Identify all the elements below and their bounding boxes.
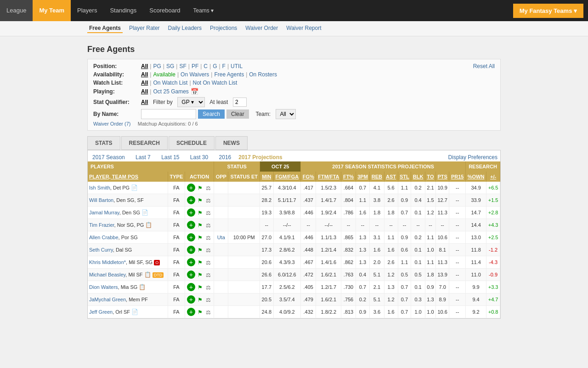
flag-icon[interactable]: ⚑: [198, 259, 203, 266]
news-icon[interactable]: 📋: [145, 222, 152, 228]
subnav-free-agents[interactable]: Free Agents: [87, 24, 123, 33]
col-fgm-fga[interactable]: FGM/FGA: [273, 172, 301, 182]
period-last15[interactable]: Last 15: [159, 153, 181, 161]
tab-research[interactable]: RESEARCH: [121, 136, 168, 150]
compare-icon[interactable]: ⚖: [206, 247, 211, 253]
add-player-button[interactable]: +: [187, 295, 195, 304]
col-ft[interactable]: FT%: [341, 172, 356, 182]
team-select[interactable]: All: [276, 109, 296, 119]
watch-on-list[interactable]: On Watch List: [153, 80, 187, 86]
flag-icon[interactable]: ⚑: [198, 235, 203, 241]
tab-schedule[interactable]: SCHEDULE: [169, 136, 215, 150]
period-last7[interactable]: Last 7: [134, 153, 153, 161]
news-icon[interactable]: 📄: [131, 309, 138, 315]
player-link[interactable]: Tim Frazier: [89, 222, 114, 228]
add-player-button[interactable]: +: [187, 196, 195, 204]
pos-util[interactable]: UTIL: [231, 63, 243, 69]
player-link[interactable]: Seth Curry: [89, 247, 113, 253]
pos-f[interactable]: F: [222, 63, 226, 69]
flag-icon[interactable]: ⚑: [198, 297, 203, 303]
period-2017-season[interactable]: 2017 Season: [90, 153, 127, 161]
subnav-waiver-order[interactable]: Waiver Order: [243, 24, 280, 33]
flag-icon[interactable]: ⚑: [198, 210, 203, 216]
pos-pg[interactable]: PG: [153, 63, 161, 69]
pos-all[interactable]: All: [141, 63, 148, 69]
compare-icon[interactable]: ⚖: [206, 309, 211, 316]
player-link[interactable]: Allen Crabbe: [89, 235, 119, 240]
nav-players[interactable]: Players: [71, 0, 103, 21]
flag-icon[interactable]: ⚑: [198, 284, 203, 291]
col-fg[interactable]: FG%: [301, 172, 316, 182]
pos-c[interactable]: C: [204, 63, 208, 69]
pos-g[interactable]: G: [213, 63, 217, 69]
news-icon[interactable]: 📋: [144, 271, 151, 278]
player-link[interactable]: Ish Smith: [89, 185, 110, 190]
compare-icon[interactable]: ⚖: [206, 259, 211, 266]
flag-icon[interactable]: ⚑: [198, 272, 203, 278]
compare-icon[interactable]: ⚖: [206, 284, 211, 291]
subnav-waiver-report[interactable]: Waiver Report: [284, 24, 323, 33]
my-fantasy-teams-button[interactable]: My Fantasy Teams ▾: [513, 4, 583, 18]
compare-icon[interactable]: ⚖: [206, 210, 211, 216]
add-player-button[interactable]: +: [187, 208, 195, 217]
tab-news[interactable]: NEWS: [215, 136, 248, 150]
col-3pm[interactable]: 3PM: [356, 172, 370, 182]
compare-icon[interactable]: ⚖: [206, 297, 211, 303]
nav-my-team[interactable]: My Team: [33, 0, 71, 21]
news-icon[interactable]: 📋: [139, 284, 146, 290]
add-player-button[interactable]: +: [187, 258, 195, 266]
nav-league[interactable]: League: [0, 0, 33, 21]
nav-teams[interactable]: Teams ▾: [187, 0, 220, 21]
flag-icon[interactable]: ⚑: [198, 309, 203, 316]
byname-input[interactable]: [141, 109, 196, 119]
compare-icon[interactable]: ⚖: [206, 235, 211, 241]
add-player-button[interactable]: +: [187, 246, 195, 254]
playing-all[interactable]: All: [141, 88, 148, 95]
col-player-name[interactable]: PLAYER, TEAM POS: [88, 172, 168, 182]
player-link[interactable]: Khris Middleton*: [89, 259, 126, 265]
news-icon[interactable]: 📄: [141, 209, 148, 216]
col-ftm-fta[interactable]: FTM/FTA: [316, 172, 341, 182]
col-pr15[interactable]: PR15: [449, 172, 466, 182]
tab-stats[interactable]: STATS: [87, 136, 120, 150]
add-player-button[interactable]: +: [187, 308, 195, 316]
opponent-link[interactable]: Uta: [217, 235, 225, 240]
avail-on-waivers[interactable]: On Waivers: [181, 71, 209, 78]
game-time-link[interactable]: 10:00 PM: [233, 235, 255, 240]
stat-filter-type-select[interactable]: GP ▾: [177, 97, 205, 107]
reset-all-link[interactable]: Reset All: [473, 63, 495, 69]
col-to[interactable]: TO: [425, 172, 435, 182]
waiver-order-link[interactable]: Waiver Order (7): [93, 121, 131, 126]
player-link[interactable]: Michael Beasley: [89, 272, 125, 277]
period-last30[interactable]: Last 30: [188, 153, 210, 161]
pos-sg[interactable]: SG: [166, 63, 174, 69]
flag-icon[interactable]: ⚑: [198, 247, 203, 253]
col-stl[interactable]: STL: [398, 172, 411, 182]
display-preferences-link[interactable]: Display Preferences: [448, 154, 498, 161]
clear-button[interactable]: Clear: [226, 109, 249, 119]
nav-scoreboard[interactable]: Scoreboard: [143, 0, 187, 21]
watch-not-on-list[interactable]: Not On Watch List: [193, 80, 237, 86]
news-icon[interactable]: 📄: [131, 184, 138, 191]
stat-filter-value-input[interactable]: [233, 98, 247, 107]
col-blk[interactable]: BLK: [411, 172, 425, 182]
compare-icon[interactable]: ⚖: [206, 272, 211, 278]
flag-icon[interactable]: ⚑: [198, 185, 203, 191]
col-ast[interactable]: AST: [384, 172, 398, 182]
nav-standings[interactable]: Standings: [103, 0, 143, 21]
add-player-button[interactable]: +: [187, 221, 195, 229]
col-min[interactable]: MIN: [260, 172, 273, 182]
compare-icon[interactable]: ⚖: [206, 197, 211, 204]
pos-pf[interactable]: PF: [192, 63, 198, 69]
player-link[interactable]: Jamal Murray: [89, 210, 119, 215]
subnav-projections[interactable]: Projections: [208, 24, 239, 33]
search-button[interactable]: Search: [198, 109, 225, 119]
add-player-button[interactable]: +: [187, 283, 195, 291]
pos-sf[interactable]: SF: [179, 63, 186, 69]
col-reb[interactable]: REB: [370, 172, 384, 182]
subnav-player-rater[interactable]: Player Rater: [127, 24, 162, 33]
add-player-button[interactable]: +: [187, 184, 195, 192]
avail-on-rosters[interactable]: On Rosters: [249, 71, 277, 78]
avail-all[interactable]: All: [141, 71, 148, 78]
add-player-button[interactable]: +: [187, 270, 195, 279]
